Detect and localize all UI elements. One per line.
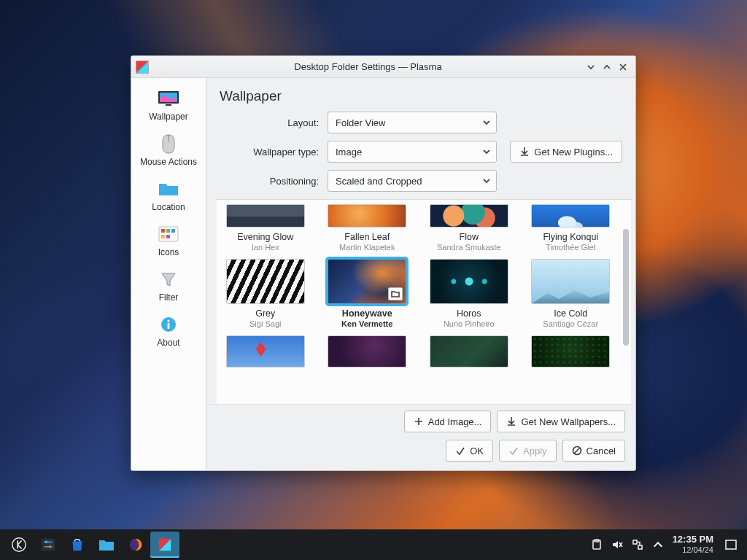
wallpaper-thumb (531, 259, 610, 304)
chevron-down-icon (483, 148, 490, 155)
positioning-label: Positioning: (220, 176, 322, 187)
open-containing-folder-button[interactable] (388, 287, 403, 300)
wallpaper-item[interactable]: Evening Glow Ian Hex (218, 204, 313, 256)
wallpaper-author: Nuno Pinheiro (444, 319, 495, 328)
dialog-buttons: OK Apply Cancel (206, 435, 635, 470)
main-panel: Wallpaper Layout: Folder View Wallpaper … (206, 78, 635, 470)
scrollbar-thumb[interactable] (623, 229, 629, 346)
get-plugins-label: Get New Plugins... (534, 147, 613, 158)
settings-form: Layout: Folder View Wallpaper type: Imag… (206, 110, 635, 199)
show-desktop-button[interactable] (719, 532, 743, 558)
window-title: Desktop Folder Settings — Plasma (153, 61, 583, 72)
wallpaper-item[interactable] (320, 335, 415, 368)
layout-combo[interactable]: Folder View (328, 112, 497, 133)
wallpaper-name: Fallen Leaf (344, 232, 390, 242)
sidebar-item-label: Mouse Actions (140, 157, 197, 167)
wallpaper-author: Martin Klapetek (339, 243, 395, 252)
wallpaper-item[interactable] (218, 335, 313, 368)
taskbar: 12:35 PM 12/04/24 (0, 529, 747, 560)
maximize-button[interactable] (599, 59, 615, 75)
wallpaper-thumb (226, 335, 305, 368)
volume-muted-icon[interactable] (611, 539, 623, 551)
monitor-icon (157, 88, 180, 109)
sidebar-item-wallpaper[interactable]: Wallpaper (131, 84, 206, 129)
wallpaper-author: Santiago Cézar (543, 319, 598, 328)
sidebar-item-label: About (157, 338, 179, 348)
check-icon (508, 446, 519, 456)
wallpaper-author: Ken Vermette (341, 319, 392, 328)
wallpaper-item-selected[interactable]: Honeywave Ken Vermette (320, 259, 415, 332)
positioning-combo[interactable]: Scaled and Cropped (328, 170, 497, 192)
type-label: Wallpaper type: (220, 147, 322, 158)
apply-button: Apply (499, 440, 557, 462)
cancel-label: Cancel (587, 446, 616, 456)
wallpaper-item[interactable]: Fallen Leaf Martin Klapetek (320, 204, 415, 256)
wallpaper-type-combo[interactable]: Image (328, 141, 497, 163)
get-new-wallpapers-button[interactable]: Get New Wallpapers... (497, 411, 625, 432)
svg-rect-28 (726, 540, 736, 549)
chevron-down-icon (483, 119, 490, 126)
svg-rect-13 (168, 323, 170, 329)
tray-expand-icon[interactable] (652, 539, 664, 551)
system-tray (588, 539, 667, 551)
scrollbar[interactable] (621, 200, 631, 404)
clock[interactable]: 12:35 PM 12/04/24 (667, 534, 719, 555)
task-desktop-settings[interactable] (150, 532, 179, 558)
sidebar-item-filter[interactable]: Filter (131, 265, 206, 310)
wallpaper-author: Ian Hex (252, 243, 279, 252)
clipboard-icon[interactable] (591, 539, 603, 551)
app-launcher-button[interactable] (4, 532, 34, 558)
wallpaper-item[interactable]: Ice Cold Santiago Cézar (524, 259, 619, 332)
app-icon (136, 61, 149, 74)
close-button[interactable] (615, 59, 631, 75)
layout-label: Layout: (220, 117, 322, 128)
svg-rect-8 (171, 229, 175, 233)
add-image-button[interactable]: Add Image... (404, 411, 492, 432)
apply-label: Apply (523, 446, 547, 456)
cancel-button[interactable]: Cancel (562, 440, 625, 462)
svg-rect-10 (166, 235, 170, 238)
wallpaper-item[interactable]: Grey Sigi Sagi (218, 259, 313, 332)
download-icon (519, 147, 530, 157)
get-new-plugins-button[interactable]: Get New Plugins... (510, 141, 622, 163)
wallpaper-thumb (430, 204, 508, 228)
wallpaper-item[interactable] (524, 335, 619, 368)
check-icon (455, 446, 465, 456)
folder-icon (157, 179, 180, 199)
network-icon[interactable] (632, 539, 643, 551)
sidebar-item-label: Icons (158, 247, 179, 257)
wallpaper-item[interactable] (422, 335, 516, 368)
sidebar-item-about[interactable]: About (131, 310, 206, 355)
page-title: Wallpaper (206, 78, 635, 110)
task-system-settings[interactable] (34, 532, 63, 558)
wallpaper-grid-wrap: Evening Glow Ian Hex Fallen Leaf Martin … (217, 199, 631, 404)
wallpaper-name: Horos (457, 308, 481, 319)
plasma-settings-icon (157, 537, 173, 553)
wallpaper-author: Timothée Giet (546, 243, 596, 252)
svg-rect-3 (166, 104, 171, 106)
grid-icon (157, 224, 180, 244)
info-icon (157, 314, 180, 335)
wallpaper-item[interactable]: Horos Nuno Pinheiro (422, 259, 516, 332)
download-icon (506, 416, 516, 427)
sidebar-item-icons[interactable]: Icons (131, 219, 206, 265)
sidebar-item-label: Filter (159, 292, 179, 303)
task-firefox[interactable] (121, 532, 150, 558)
shopping-bag-icon (69, 537, 85, 553)
chevron-down-icon (483, 177, 490, 184)
clock-time: 12:35 PM (673, 534, 713, 545)
wallpaper-item[interactable]: Flow Sandra Smukaste (422, 204, 516, 256)
funnel-icon (157, 269, 180, 289)
wallpaper-thumb (328, 335, 406, 368)
sidebar-item-mouse-actions[interactable]: Mouse Actions (131, 129, 206, 174)
minimize-button[interactable] (583, 59, 599, 75)
task-discover[interactable] (63, 532, 92, 558)
wallpaper-item[interactable]: Flying Konqui Timothée Giet (524, 204, 619, 256)
sidebar-item-location[interactable]: Location (131, 174, 206, 219)
svg-marker-23 (159, 539, 171, 551)
ok-button[interactable]: OK (446, 440, 493, 462)
task-dolphin[interactable] (92, 532, 121, 558)
wallpaper-grid[interactable]: Evening Glow Ian Hex Fallen Leaf Martin … (217, 200, 621, 404)
wallpaper-thumb (328, 259, 406, 304)
titlebar[interactable]: Desktop Folder Settings — Plasma (131, 56, 635, 78)
